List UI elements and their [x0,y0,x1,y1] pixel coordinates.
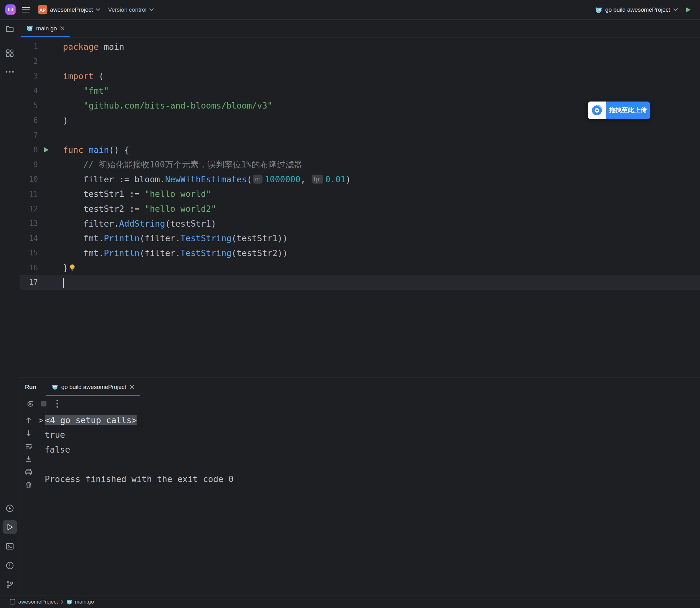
line-number[interactable]: 1 [20,39,38,54]
editor[interactable]: 1package main23import (4 "fmt"5 "github.… [20,38,700,378]
run-gutter-icon[interactable] [43,147,49,153]
rerun-button[interactable] [25,398,36,410]
gutter [38,69,63,83]
breadcrumb-file[interactable]: main.go [75,598,94,605]
code-text: testStr2 := "hello world2" [63,202,216,216]
tab-main-go[interactable]: main.go [21,20,70,37]
run-toolbar [20,396,700,412]
line-number[interactable]: 9 [20,157,38,172]
line-number[interactable]: 10 [20,172,38,187]
terminal-tool-button[interactable] [2,539,17,553]
more-options-button[interactable] [51,398,63,410]
code-line-1[interactable]: 1package main [20,39,700,54]
terminal-icon [5,542,14,551]
run-console[interactable]: ><4 go setup calls>truefalseProcess fini… [20,413,700,595]
code-line-11[interactable]: 11 testStr1 := "hello world" [20,187,700,202]
down-arrow-icon[interactable] [25,429,33,437]
project-name: awesomeProject [50,6,93,13]
code-line-10[interactable]: 10 filter := bloom.NewWithEstimates(n:10… [20,172,700,187]
code-line-12[interactable]: 12 testStr2 := "hello world2" [20,202,700,216]
run-tool-button[interactable] [2,520,17,534]
gutter [38,128,63,143]
line-number[interactable]: 2 [20,54,38,69]
console-line-2: true [38,428,700,442]
intention-bulb-icon[interactable] [69,264,76,271]
code-line-16[interactable]: 16} [20,261,700,276]
code-line-13[interactable]: 13 filter.AddString(testStr1) [20,216,700,231]
gopher-icon [26,25,33,32]
top-bar: AP awesomeProject Version control go bui… [0,0,700,20]
main-menu-button[interactable] [20,3,32,16]
run-button[interactable] [682,3,695,16]
run-tab[interactable]: go build awesomeProject [46,378,140,396]
line-number[interactable]: 4 [20,83,38,98]
line-number[interactable]: 16 [20,261,38,276]
up-arrow-icon[interactable] [25,416,33,424]
trash-icon[interactable] [25,481,33,489]
line-number[interactable]: 11 [20,187,38,202]
stop-icon [40,401,47,407]
code-text: ) [63,113,68,128]
console-lines[interactable]: ><4 go setup calls>truefalseProcess fini… [38,413,700,487]
line-number[interactable]: 14 [20,231,38,246]
run-configuration-selector[interactable]: go build awesomeProject [595,6,678,13]
breadcrumb-project[interactable]: awesomeProject [18,598,58,605]
chevron-down-icon [673,8,678,11]
gutter [38,231,63,246]
code-text: fmt.Println(filter.TestString(testStr1)) [63,231,288,246]
line-number[interactable]: 5 [20,98,38,113]
code-line-2[interactable]: 2 [20,54,700,69]
line-number[interactable]: 6 [20,113,38,128]
gutter [38,261,63,276]
code-text: // 初始化能接收100万个元素，误判率位1%的布隆过滤器 [63,157,303,172]
soft-wrap-icon[interactable] [25,442,33,450]
scroll-to-end-icon[interactable] [25,455,33,463]
code-line-4[interactable]: 4 "fmt" [20,83,700,98]
structure-icon [5,49,14,58]
gopher-icon [52,384,58,390]
hamburger-icon [22,6,30,13]
code-line-15[interactable]: 15 fmt.Println(filter.TestString(testStr… [20,246,700,261]
code-text: filter.AddString(testStr1) [63,216,216,231]
code-line-3[interactable]: 3import ( [20,69,700,83]
text-caret [63,278,64,288]
upload-overlay[interactable]: 拖拽至此上传 [588,101,650,119]
code-line-7[interactable]: 7 [20,128,700,143]
project-tool-button[interactable] [2,22,17,36]
activity-bar [0,20,20,595]
print-icon[interactable] [25,468,33,476]
code-text: filter := bloom.NewWithEstimates(n:10000… [63,172,351,187]
gopher-icon [595,6,602,13]
upload-overlay-logo [588,101,606,119]
structure-tool-button[interactable] [2,46,17,60]
close-icon[interactable] [129,384,134,389]
code-line-8[interactable]: 8func main() { [20,142,700,157]
version-control-label: Version control [108,6,147,13]
problems-tool-button[interactable] [2,558,17,573]
line-number[interactable]: 3 [20,69,38,83]
code-text [63,275,64,290]
line-number[interactable]: 7 [20,128,38,143]
code-line-17[interactable]: 17 [20,275,700,290]
services-tool-button[interactable] [2,501,17,516]
run-config-label: go build awesomeProject [605,6,670,13]
code-line-14[interactable]: 14 fmt.Println(filter.TestString(testStr… [20,231,700,246]
status-bar: awesomeProject main.go [0,595,700,608]
code-line-9[interactable]: 9 // 初始化能接收100万个元素，误判率位1%的布隆过滤器 [20,157,700,172]
git-tool-button[interactable] [2,577,17,591]
project-widget[interactable]: AP awesomeProject [36,3,102,16]
stop-button[interactable] [38,398,50,410]
run-panel-title: Run [25,378,36,396]
console-line-4 [38,457,700,472]
line-number[interactable]: 8 [20,142,38,157]
more-tools-button[interactable] [2,65,17,79]
close-icon[interactable] [60,26,65,31]
gutter [38,54,63,69]
gutter [38,202,63,216]
line-number[interactable]: 12 [20,202,38,216]
version-control-menu[interactable]: Version control [106,3,156,16]
git-branch-icon [5,580,14,589]
line-number[interactable]: 15 [20,246,38,261]
line-number[interactable]: 13 [20,216,38,231]
line-number[interactable]: 17 [20,275,38,290]
